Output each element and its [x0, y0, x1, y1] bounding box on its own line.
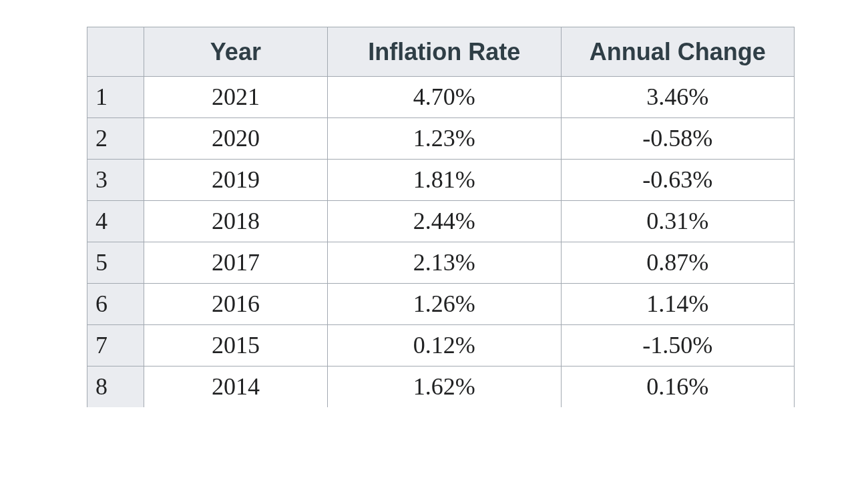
table-row: 6 2016 1.26% 1.14%: [87, 284, 795, 325]
row-index: 4: [87, 201, 144, 242]
row-index: 6: [87, 284, 144, 325]
cell-rate: 1.62%: [328, 367, 561, 408]
row-index: 2: [87, 118, 144, 160]
cell-rate: 1.26%: [328, 284, 561, 325]
cell-year: 2018: [144, 201, 327, 242]
table-row: 5 2017 2.13% 0.87%: [87, 242, 795, 284]
cell-rate: 2.44%: [328, 201, 561, 242]
cell-year: 2020: [144, 118, 327, 160]
cell-change: 3.46%: [561, 77, 794, 118]
cell-rate: 4.70%: [328, 77, 561, 118]
header-index: [87, 27, 144, 77]
header-rate: Inflation Rate: [328, 27, 561, 77]
header-row: Year Inflation Rate Annual Change: [87, 27, 795, 77]
cell-change: -0.58%: [561, 118, 794, 160]
header-year: Year: [144, 27, 327, 77]
cell-rate: 1.81%: [328, 160, 561, 201]
table-row: 3 2019 1.81% -0.63%: [87, 160, 795, 201]
table-row: 1 2021 4.70% 3.46%: [87, 77, 795, 118]
cell-change: 0.16%: [561, 367, 794, 408]
cell-year: 2015: [144, 325, 327, 367]
cell-rate: 2.13%: [328, 242, 561, 284]
cell-year: 2019: [144, 160, 327, 201]
table-row: 7 2015 0.12% -1.50%: [87, 325, 795, 367]
cell-change: 1.14%: [561, 284, 794, 325]
table-row: 2 2020 1.23% -0.58%: [87, 118, 795, 160]
row-index: 7: [87, 325, 144, 367]
cell-change: -1.50%: [561, 325, 794, 367]
cell-change: 0.31%: [561, 201, 794, 242]
inflation-table-wrap: Year Inflation Rate Annual Change 1 2021…: [87, 27, 795, 407]
cell-change: -0.63%: [561, 160, 794, 201]
row-index: 3: [87, 160, 144, 201]
cell-year: 2016: [144, 284, 327, 325]
inflation-table: Year Inflation Rate Annual Change 1 2021…: [87, 27, 795, 407]
cell-change: 0.87%: [561, 242, 794, 284]
cell-year: 2017: [144, 242, 327, 284]
table-row: 4 2018 2.44% 0.31%: [87, 201, 795, 242]
row-index: 1: [87, 77, 144, 118]
header-change: Annual Change: [561, 27, 794, 77]
row-index: 8: [87, 367, 144, 408]
row-index: 5: [87, 242, 144, 284]
cell-year: 2021: [144, 77, 327, 118]
cell-rate: 1.23%: [328, 118, 561, 160]
cell-year: 2014: [144, 367, 327, 408]
table-row: 8 2014 1.62% 0.16%: [87, 367, 795, 408]
cell-rate: 0.12%: [328, 325, 561, 367]
